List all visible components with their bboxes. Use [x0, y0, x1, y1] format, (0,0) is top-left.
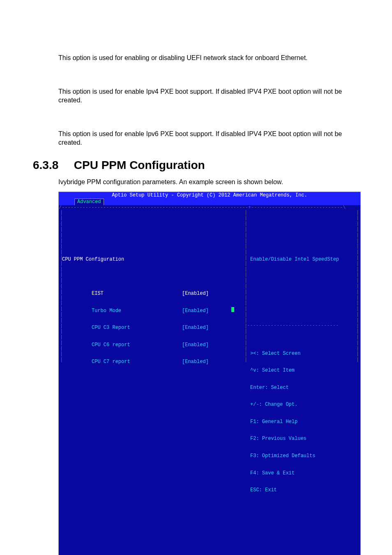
bios-item-eist[interactable]: EIST[Enabled] — [62, 285, 248, 291]
divider: /---------------------------------------… — [59, 205, 360, 210]
bios-key-help: ><: Select Screen ^v: Select Item Enter:… — [250, 340, 357, 505]
cursor-icon — [231, 307, 234, 312]
bios-item-turbo[interactable]: Turbo Mode[Enabled] — [62, 303, 248, 308]
bios-item-help: Enable/Disable Intel SpeedStep — [250, 257, 357, 263]
section-heading: 6.3.8 CPU PPM Configuration — [33, 159, 359, 172]
bios-body: | | | | | | | | | | | | | | | | | | | | … — [59, 210, 360, 555]
section-intro: Ivybridge PPM configuration parameters. … — [33, 178, 359, 187]
paragraph-ipv6: This option is used for enable Ipv6 PXE … — [33, 130, 359, 147]
bios-config-title: CPU PPM Configuration — [62, 257, 248, 263]
section-title: CPU PPM Configuration — [74, 159, 205, 171]
bios-title: Aptio Setup Utility - Copyright (C) 2012… — [59, 192, 360, 199]
bios-item-c7[interactable]: CPU C7 report[Enabled] — [62, 354, 248, 360]
bios-screenshot: Aptio Setup Utility - Copyright (C) 2012… — [58, 192, 361, 555]
section-number: 6.3.8 — [33, 159, 71, 172]
bios-header: Aptio Setup Utility - Copyright (C) 2012… — [59, 192, 360, 205]
bios-item-c6[interactable]: CPU C6 report[Enabled] — [62, 337, 248, 342]
bios-item-c3[interactable]: CPU C3 Report[Enabled] — [62, 319, 248, 325]
bios-tab-advanced[interactable]: Advanced — [74, 199, 104, 205]
paragraph-network-stack: This option is used for enabling or disa… — [33, 53, 359, 62]
paragraph-ipv4: This option is used for enable Ipv4 PXE … — [33, 87, 359, 105]
